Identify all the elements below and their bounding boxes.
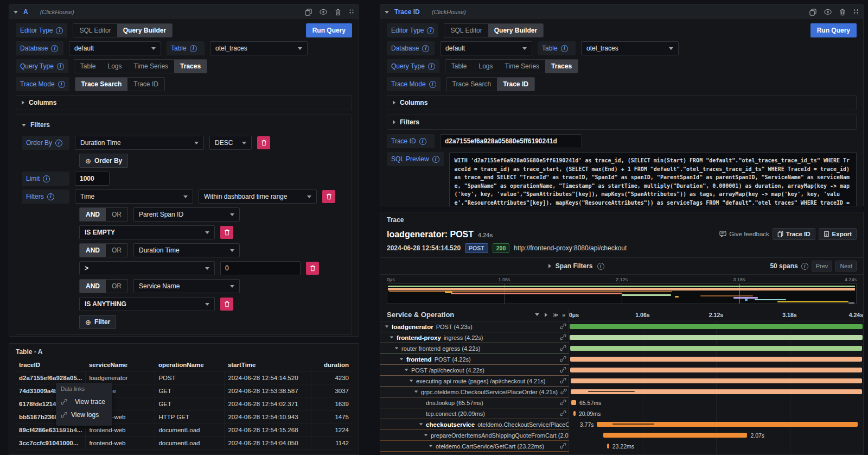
span-link-icon[interactable]	[560, 377, 569, 385]
remove-order-by-button[interactable]	[257, 136, 270, 149]
info-icon[interactable]: i	[57, 63, 64, 70]
expand-one-icon[interactable]	[545, 313, 547, 317]
query-type-option[interactable]: Time Series	[499, 60, 546, 73]
span-bar-track[interactable]: 2.07s	[569, 430, 863, 441]
column-header-operationName[interactable]: operationName	[155, 359, 225, 371]
span-collapse-icon[interactable]	[400, 358, 403, 361]
span-collapse-icon[interactable]	[410, 380, 413, 382]
span-duration-bar[interactable]	[570, 324, 863, 329]
table-select[interactable]: otel_traces	[210, 41, 308, 55]
or-option[interactable]: OR	[106, 208, 127, 221]
span-name-cell[interactable]: router frontend egress (4.22s)	[380, 343, 569, 354]
filter-operator-select[interactable]: >	[79, 261, 215, 275]
span-link-icon[interactable]	[560, 345, 569, 352]
column-header-startTime[interactable]: startTime	[225, 359, 311, 371]
drag-handle-icon[interactable]	[349, 9, 354, 15]
info-icon[interactable]: i	[56, 27, 63, 34]
trace-id-link[interactable]: d2a7155ef6a928a05...	[16, 371, 86, 384]
span-collapse-icon[interactable]	[429, 445, 432, 447]
view-logs-link[interactable]: View logs	[61, 408, 107, 421]
span-filters-caret-icon[interactable]	[548, 264, 551, 268]
query-ref-id[interactable]: A	[23, 8, 28, 16]
span-bar-track[interactable]: 23.22ms	[569, 441, 863, 452]
trace-mode-option[interactable]: Trace Search	[446, 78, 497, 91]
drag-handle-icon[interactable]	[853, 9, 859, 15]
info-icon[interactable]: i	[190, 45, 197, 52]
column-header-duration[interactable]: duration	[311, 359, 352, 371]
delete-query-trash-icon[interactable]	[335, 9, 341, 16]
filter-field-select[interactable]: Time	[75, 189, 193, 204]
filter-field-select[interactable]: Service Name	[133, 279, 240, 293]
span-bar-track[interactable]	[569, 332, 863, 343]
span-duration-bar[interactable]	[570, 335, 862, 340]
trace-mode-option[interactable]: Trace ID	[497, 78, 534, 91]
span-duration-bar[interactable]	[573, 411, 576, 416]
delete-query-trash-icon[interactable]	[839, 9, 846, 16]
span-bar-track[interactable]: 3.77s	[569, 419, 863, 430]
add-order-by-button[interactable]: ⊕Order By	[79, 154, 128, 168]
span-row[interactable]: executing api route (pages) /api/checkou…	[380, 376, 863, 387]
span-bar-track[interactable]	[569, 321, 863, 332]
span-collapse-icon[interactable]	[419, 424, 423, 426]
info-icon[interactable]: i	[597, 263, 604, 270]
span-link-icon[interactable]	[560, 334, 569, 342]
span-name-cell[interactable]: loadgeneratorPOST (4.23s)	[380, 321, 569, 332]
span-bar-track[interactable]	[569, 376, 863, 387]
trace-id-input[interactable]	[440, 134, 582, 148]
span-collapse-icon[interactable]	[390, 337, 393, 339]
info-icon[interactable]: i	[51, 45, 58, 52]
span-link-icon[interactable]	[560, 323, 569, 331]
span-bar-track[interactable]	[569, 387, 863, 397]
query-type-option[interactable]: Table	[74, 60, 102, 73]
query-type-option[interactable]: Table	[445, 60, 473, 73]
span-row[interactable]: router frontend egress (4.22s)	[380, 343, 863, 354]
order-by-direction-select[interactable]: DESC	[209, 136, 252, 150]
trace-mode-option[interactable]: Trace Search	[75, 78, 128, 91]
columns-section-toggle[interactable]: Columns	[16, 95, 352, 110]
info-icon[interactable]: i	[47, 193, 54, 200]
info-icon[interactable]: i	[43, 175, 50, 182]
info-icon[interactable]: i	[429, 81, 436, 88]
span-name-cell[interactable]: grpc.oteldemo.CheckoutService/PlaceOrder…	[380, 387, 569, 397]
trace-id-link[interactable]: 3cc7ccfc91041000...	[16, 437, 86, 450]
trace-minimap[interactable]	[387, 283, 857, 304]
and-option[interactable]: AND	[80, 244, 106, 257]
query-type-option[interactable]: Logs	[473, 60, 499, 73]
info-icon[interactable]: i	[428, 63, 435, 70]
column-header-serviceName[interactable]: serviceName	[86, 359, 155, 371]
filter-operator-select[interactable]: IS EMPTY	[79, 225, 215, 239]
filter-field-select[interactable]: Duration Time	[133, 243, 240, 257]
span-link-icon[interactable]	[560, 388, 569, 396]
editor-type-option[interactable]: Query Builder	[117, 24, 172, 37]
span-name-cell[interactable]: checkoutserviceoteldemo.CheckoutService/…	[380, 419, 569, 430]
query-type-option[interactable]: Traces	[174, 60, 207, 73]
span-duration-bar[interactable]	[571, 389, 862, 394]
span-row[interactable]: dns.lookup (65.57ms)65.57ms	[380, 397, 863, 408]
editor-type-option[interactable]: SQL Editor	[73, 24, 117, 37]
span-row[interactable]: loadgeneratorPOST (4.23s)	[380, 321, 863, 332]
filter-value-select[interactable]: Within dashboard time range	[199, 189, 317, 204]
span-bar-track[interactable]: 65.57ms	[569, 397, 863, 408]
editor-type-option[interactable]: Query Builder	[488, 24, 543, 37]
span-name-cell[interactable]: prepareOrderItemsAndShippingQuoteFromCar…	[380, 430, 569, 441]
query-type-option[interactable]: Time Series	[128, 60, 175, 73]
span-row[interactable]: frontendPOST (4.22s)	[380, 354, 863, 365]
span-bar-track[interactable]: 20.09ms	[569, 408, 863, 419]
hide-query-eye-icon[interactable]	[824, 9, 832, 15]
span-collapse-icon[interactable]	[414, 391, 418, 393]
span-row[interactable]: frontend-proxyingress (4.22s)	[380, 332, 863, 343]
span-bar-track[interactable]	[569, 365, 863, 376]
collapse-caret-icon[interactable]	[385, 11, 389, 14]
database-select[interactable]: default	[440, 41, 532, 55]
query-header-trace-id[interactable]: Trace ID (ClickHouse)	[380, 5, 863, 19]
span-name-cell[interactable]: tcp.connect (20.09ms)	[380, 408, 569, 419]
order-by-field-select[interactable]: Duration Time	[75, 136, 204, 150]
filters-section-toggle[interactable]: Filters	[387, 115, 857, 130]
prev-span-button[interactable]: Prev	[812, 261, 833, 271]
span-name-cell[interactable]: frontend-proxyingress (4.22s)	[380, 332, 569, 343]
span-collapse-icon[interactable]	[405, 369, 408, 371]
span-filters-label[interactable]: Span Filters	[556, 262, 593, 270]
filter-value-input[interactable]	[220, 261, 301, 275]
view-trace-link[interactable]: View trace	[61, 395, 107, 408]
and-option[interactable]: AND	[80, 208, 106, 221]
